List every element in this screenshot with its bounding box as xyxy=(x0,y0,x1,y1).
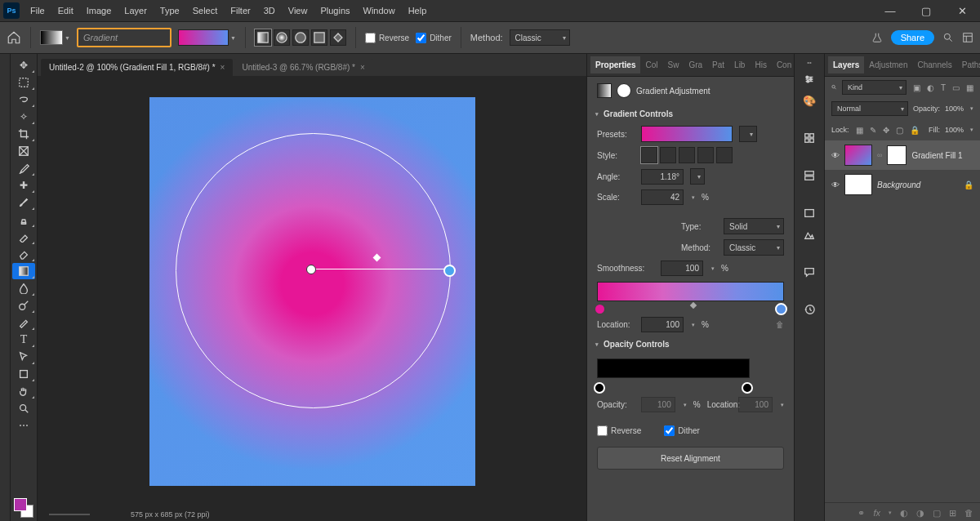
linear-style-button[interactable] xyxy=(641,147,657,163)
filter-smart-icon[interactable]: ▦ xyxy=(966,83,973,92)
opacity-controls-section[interactable]: Opacity Controls xyxy=(587,335,794,354)
midpoint-icon[interactable] xyxy=(689,302,696,309)
angle-style-button[interactable] xyxy=(679,147,695,163)
layer-mask-thumbnail[interactable] xyxy=(887,145,906,165)
filter-type-icon[interactable]: T xyxy=(941,83,946,92)
hand-tool[interactable] xyxy=(12,383,35,399)
reflected-style-button[interactable] xyxy=(697,147,714,163)
menu-file[interactable]: File xyxy=(24,2,51,19)
document-tab[interactable]: Untitled-3 @ 66.7% (RGB/8#) *× xyxy=(234,59,372,76)
maximize-button[interactable]: ▢ xyxy=(908,0,944,21)
healing-tool[interactable]: ✚ xyxy=(12,177,35,194)
libraries-tab[interactable]: Lib xyxy=(729,56,750,73)
adjustment-layer-icon[interactable]: ◑ xyxy=(916,508,924,519)
menu-filter[interactable]: Filter xyxy=(225,2,256,19)
menu-image[interactable]: Image xyxy=(81,2,118,19)
gradient-axis-line[interactable] xyxy=(310,269,449,269)
gradient-controls-section[interactable]: Gradient Controls xyxy=(587,105,794,123)
beaker-icon[interactable] xyxy=(871,32,883,43)
reverse2-checkbox[interactable]: Reverse xyxy=(597,425,641,436)
gradient-tool[interactable] xyxy=(12,263,35,279)
opacity-stop-start[interactable] xyxy=(594,382,605,394)
workspace-icon[interactable] xyxy=(962,32,973,43)
angle-input[interactable]: 1.18° xyxy=(641,169,684,185)
lock-icon[interactable]: 🔒 xyxy=(964,180,973,189)
radial-gradient-button[interactable] xyxy=(274,29,290,46)
fx-icon[interactable]: fx xyxy=(873,508,880,518)
menu-window[interactable]: Window xyxy=(358,2,401,19)
diamond-style-button[interactable] xyxy=(716,147,733,163)
gradient-preview-dropdown[interactable]: ▼ xyxy=(178,29,236,46)
history-tab[interactable]: His xyxy=(750,56,771,73)
history-brush-tool[interactable] xyxy=(12,229,35,245)
swatches-tab[interactable]: Sw xyxy=(662,56,684,73)
menu-select[interactable]: Select xyxy=(187,2,224,19)
eyedropper-tool[interactable] xyxy=(12,160,35,176)
lock-position-icon[interactable]: ✥ xyxy=(883,126,889,135)
gradient-start-handle[interactable] xyxy=(306,265,316,274)
move-tool[interactable]: ✥ xyxy=(12,57,35,73)
layer-thumbnail[interactable] xyxy=(844,145,872,166)
reset-alignment-button[interactable]: Reset Alignment xyxy=(597,447,784,470)
path-select-tool[interactable] xyxy=(12,349,35,365)
zoom-tool[interactable] xyxy=(12,400,35,416)
search-icon[interactable] xyxy=(831,82,837,93)
minimize-button[interactable]: — xyxy=(872,0,908,21)
canvas[interactable] xyxy=(149,97,475,486)
magic-wand-tool[interactable]: ✧ xyxy=(12,109,35,125)
dodge-tool[interactable] xyxy=(12,297,35,314)
left-tab-well[interactable] xyxy=(0,54,11,521)
close-tab-icon[interactable]: × xyxy=(220,63,225,72)
frame-tool[interactable] xyxy=(12,143,35,159)
shape-tool[interactable] xyxy=(12,366,35,382)
preset-preview[interactable] xyxy=(641,126,733,142)
opacity-input[interactable]: 100 xyxy=(641,397,675,412)
filter-shape-icon[interactable]: ▭ xyxy=(952,83,960,92)
lock-all-icon[interactable]: 🔒 xyxy=(910,126,920,135)
crop-tool[interactable] xyxy=(12,126,35,142)
blur-tool[interactable] xyxy=(12,280,35,296)
lock-transparency-icon[interactable]: ▦ xyxy=(856,126,863,135)
reverse-checkbox[interactable]: Reverse xyxy=(365,33,409,43)
color-stop-start[interactable] xyxy=(594,303,606,315)
search-icon[interactable] xyxy=(942,32,954,43)
lasso-tool[interactable] xyxy=(12,91,35,108)
adjustments-icon[interactable] xyxy=(800,71,819,87)
link-icon[interactable]: ∞ xyxy=(877,151,882,159)
menu-edit[interactable]: Edit xyxy=(52,2,79,19)
menu-help[interactable]: Help xyxy=(403,2,433,19)
filter-kind-select[interactable]: Kind xyxy=(842,80,906,95)
comments-tab[interactable]: Con xyxy=(772,56,796,73)
gradients-panel-icon[interactable] xyxy=(800,167,819,184)
smoothness-input[interactable]: 100 xyxy=(661,260,703,276)
layers-tab[interactable]: Layers xyxy=(828,56,864,73)
share-button[interactable]: Share xyxy=(891,30,934,45)
comments-icon[interactable] xyxy=(800,264,819,280)
new-layer-icon[interactable]: ⊞ xyxy=(949,508,956,519)
layer-row[interactable]: 👁 Background 🔒 xyxy=(825,170,980,199)
scale-input[interactable]: 42 xyxy=(641,189,684,205)
visibility-toggle-icon[interactable]: 👁 xyxy=(831,151,840,160)
handle-icon[interactable]: •• xyxy=(807,59,812,66)
linear-gradient-button[interactable] xyxy=(255,29,271,46)
menu-layer[interactable]: Layer xyxy=(118,2,153,19)
gradient-preset-input[interactable]: Gradient xyxy=(77,28,172,47)
close-tab-icon[interactable]: × xyxy=(360,63,365,72)
group-icon[interactable]: ▢ xyxy=(933,508,941,519)
reflected-gradient-button[interactable] xyxy=(311,29,327,46)
patterns-tab[interactable]: Pat xyxy=(707,56,729,73)
marquee-tool[interactable] xyxy=(12,74,35,91)
brush-tool[interactable] xyxy=(12,194,35,211)
layer-row[interactable]: 👁 ∞ Gradient Fill 1 xyxy=(825,140,980,170)
preset-dropdown-icon[interactable] xyxy=(739,126,757,142)
blend-mode-select[interactable]: Normal xyxy=(831,101,908,116)
menu-type[interactable]: Type xyxy=(154,2,185,19)
color-wheel-icon[interactable]: 🎨 xyxy=(800,92,819,109)
menu-plugins[interactable]: Plugins xyxy=(314,2,355,19)
close-button[interactable]: ✕ xyxy=(944,0,980,21)
dither2-checkbox[interactable]: Dither xyxy=(664,425,702,436)
location-input[interactable]: 100 xyxy=(641,317,684,332)
type-select[interactable]: Solid xyxy=(724,218,784,234)
method-select[interactable]: Classic xyxy=(510,29,570,46)
filter-adjust-icon[interactable]: ◐ xyxy=(927,83,934,92)
